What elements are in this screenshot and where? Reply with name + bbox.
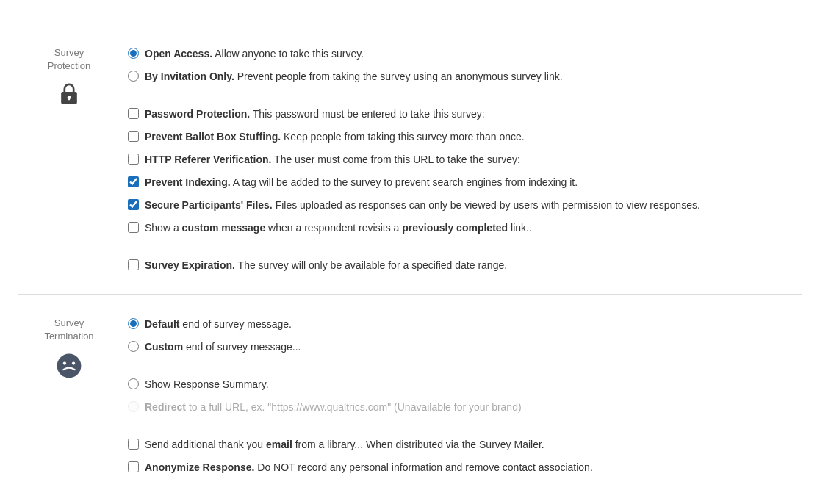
option-text-redirect: Redirect to a full URL, ex. "https://www…	[145, 400, 522, 415]
option-text-prevent-indexing: Prevent Indexing. A tag will be added to…	[145, 175, 578, 190]
svg-point-4	[63, 362, 66, 365]
option-row-redirect: Redirect to a full URL, ex. "https://www…	[128, 400, 802, 415]
option-text-open-access: Open Access. Allow anyone to take this s…	[145, 46, 364, 62]
lock-icon	[57, 82, 82, 109]
checkbox-http-referer[interactable]	[128, 154, 139, 165]
option-row-ballot-box: Prevent Ballot Box Stuffing. Keep people…	[128, 129, 802, 145]
option-text-default-message: Default end of survey message.	[145, 317, 292, 332]
option-row-password-protection: Password Protection. This password must …	[128, 107, 802, 122]
option-text-custom-end-message: Custom end of survey message...	[145, 339, 301, 355]
option-row-custom-message: Show a custom message when a respondent …	[128, 220, 802, 236]
option-row-custom-end-message: Custom end of survey message...	[128, 339, 802, 355]
checkbox-survey-expiration[interactable]	[128, 259, 139, 270]
checkbox-send-email[interactable]	[128, 439, 139, 450]
section-label-text-survey-termination: SurveyTermination	[44, 317, 93, 343]
option-row-by-invitation: By Invitation Only. Prevent people from …	[128, 69, 802, 84]
section-survey-protection: SurveyProtection Open Access. Allow anyo…	[18, 39, 802, 288]
checkbox-password-protection[interactable]	[128, 108, 139, 119]
radio-open-access[interactable]	[128, 48, 139, 59]
option-row-default-message: Default end of survey message.	[128, 317, 802, 332]
option-row-survey-expiration: Survey Expiration. The survey will only …	[128, 258, 802, 273]
option-row-http-referer: HTTP Referer Verification. The user must…	[128, 152, 802, 168]
section-survey-termination: SurveyTermination Default end of survey …	[18, 309, 802, 490]
checkbox-prevent-indexing[interactable]	[128, 176, 139, 187]
option-row-secure-files: Secure Participants' Files. Files upload…	[128, 198, 802, 213]
face-icon	[55, 352, 83, 382]
section-label-text-survey-protection: SurveyProtection	[48, 46, 91, 73]
radio-redirect[interactable]	[128, 401, 139, 412]
sections-container: SurveyProtection Open Access. Allow anyo…	[18, 39, 802, 490]
spacer	[128, 422, 802, 430]
option-text-password-protection: Password Protection. This password must …	[145, 107, 485, 122]
option-text-ballot-box: Prevent Ballot Box Stuffing. Keep people…	[145, 129, 525, 145]
option-text-secure-files: Secure Participants' Files. Files upload…	[145, 198, 700, 213]
spacer	[128, 362, 802, 370]
svg-point-5	[72, 362, 75, 365]
checkbox-secure-files[interactable]	[128, 199, 139, 210]
option-text-survey-expiration: Survey Expiration. The survey will only …	[145, 258, 507, 273]
option-text-show-response-summary: Show Response Summary.	[145, 377, 269, 392]
option-text-anonymize-response: Anonymize Response. Do NOT record any pe…	[145, 460, 593, 475]
option-row-open-access: Open Access. Allow anyone to take this s…	[128, 46, 802, 62]
top-divider	[18, 24, 802, 24]
option-text-custom-message: Show a custom message when a respondent …	[145, 220, 532, 236]
radio-default-message[interactable]	[128, 318, 139, 329]
svg-point-3	[57, 354, 82, 378]
svg-rect-2	[68, 98, 70, 101]
option-row-show-response-summary: Show Response Summary.	[128, 377, 802, 392]
checkbox-ballot-box[interactable]	[128, 131, 139, 142]
section-label-survey-protection: SurveyProtection	[18, 46, 121, 273]
option-text-by-invitation: By Invitation Only. Prevent people from …	[145, 69, 563, 84]
option-text-send-email: Send additional thank you email from a l…	[145, 437, 544, 453]
section-content-survey-protection: Open Access. Allow anyone to take this s…	[121, 46, 802, 273]
section-divider-0	[18, 294, 802, 295]
spacer	[128, 243, 802, 251]
section-content-survey-termination: Default end of survey message.Custom end…	[121, 317, 802, 475]
option-row-send-email: Send additional thank you email from a l…	[128, 437, 802, 453]
spacer	[128, 92, 802, 99]
section-label-survey-termination: SurveyTermination	[18, 317, 121, 475]
radio-show-response-summary[interactable]	[128, 378, 139, 389]
option-row-prevent-indexing: Prevent Indexing. A tag will be added to…	[128, 175, 802, 190]
radio-custom-end-message[interactable]	[128, 341, 139, 352]
checkbox-custom-message[interactable]	[128, 222, 139, 233]
radio-by-invitation[interactable]	[128, 71, 139, 82]
page-container: SurveyProtection Open Access. Allow anyo…	[0, 0, 820, 504]
option-row-anonymize-response: Anonymize Response. Do NOT record any pe…	[128, 460, 802, 475]
option-text-http-referer: HTTP Referer Verification. The user must…	[145, 152, 520, 168]
checkbox-anonymize-response[interactable]	[128, 461, 139, 472]
